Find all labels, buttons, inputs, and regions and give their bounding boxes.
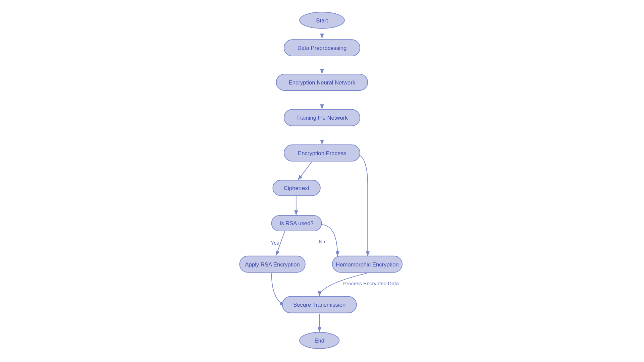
node-encryption-process-label: Encryption Process bbox=[298, 150, 346, 157]
node-encryption-nn-label: Encryption Neural Network bbox=[289, 79, 356, 86]
node-rsa-decision-label: Is RSA used? bbox=[280, 220, 314, 227]
label-process-encrypted: Process Encrypted Data bbox=[343, 281, 399, 286]
node-ciphertext-label: Ciphertext bbox=[284, 185, 309, 191]
node-end-label: End bbox=[314, 338, 324, 344]
label-yes: Yes bbox=[271, 240, 279, 246]
node-start-label: Start bbox=[316, 17, 328, 24]
arrow-encryption-to-ciphertext bbox=[298, 162, 312, 180]
node-homomorphic-label: Homomorphic Encryption bbox=[336, 261, 399, 268]
arrow-rsa-to-secure bbox=[272, 273, 285, 305]
label-no: No bbox=[319, 239, 325, 244]
node-secure-transmission-label: Secure Transmission bbox=[293, 302, 345, 308]
arrow-encryption-to-homomorphic-bypass bbox=[355, 154, 368, 256]
node-data-preprocessing-label: Data Preprocessing bbox=[298, 45, 347, 51]
flowchart-canvas: Start Data Preprocessing Encryption Neur… bbox=[0, 0, 644, 362]
node-training-network-label: Training the Network bbox=[296, 115, 348, 121]
node-apply-rsa-label: Apply RSA Encryption bbox=[245, 261, 300, 268]
